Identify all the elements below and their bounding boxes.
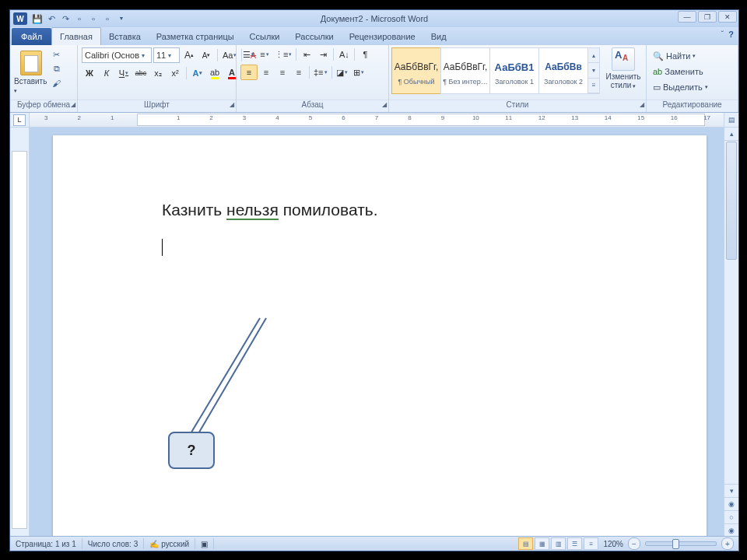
italic-button[interactable]: К: [99, 66, 114, 80]
help-icon[interactable]: ?: [728, 30, 734, 39]
browse-object-icon[interactable]: ○: [724, 510, 738, 523]
superscript-button[interactable]: x²: [167, 66, 183, 80]
status-words[interactable]: Число слов: 3: [82, 538, 144, 549]
styles-more-icon[interactable]: ≡: [588, 79, 599, 93]
view-draft-icon[interactable]: ≡: [584, 537, 598, 550]
document-content[interactable]: Казнить нельзя помиловать.: [162, 199, 637, 256]
line-spacing-icon[interactable]: ‡≡▾: [312, 65, 329, 79]
styles-up-icon[interactable]: ▴: [588, 48, 599, 63]
zoom-slider[interactable]: [645, 541, 717, 546]
paste-button[interactable]: Вставить ▾: [14, 47, 48, 97]
tab-stop-selector[interactable]: L: [10, 113, 30, 127]
underline-button[interactable]: Ч▾: [116, 66, 132, 80]
group-font-label: Шрифт: [144, 100, 170, 109]
svg-line-1: [198, 318, 266, 435]
bullets-icon[interactable]: ☰▾: [240, 47, 256, 61]
tab-file[interactable]: Файл: [12, 28, 51, 45]
cut-icon[interactable]: ✂: [51, 49, 62, 61]
show-marks-icon[interactable]: ¶: [357, 47, 373, 61]
font-name-combo[interactable]: Calibri (Основ▾: [82, 47, 152, 63]
clipboard-dialog-icon[interactable]: ◢: [71, 101, 75, 108]
style-heading2[interactable]: АаБбВвЗаголовок 2: [538, 47, 588, 94]
view-print-layout-icon[interactable]: ▤: [518, 537, 533, 550]
justify-icon[interactable]: ≡: [291, 65, 307, 79]
text-effects-icon[interactable]: A▾: [190, 66, 205, 80]
document-viewport[interactable]: Казнить нельзя помиловать. ?: [30, 128, 724, 537]
ruler-toggle-icon[interactable]: ▤: [724, 113, 738, 127]
replace-button[interactable]: abЗаменить: [651, 65, 710, 79]
align-center-icon[interactable]: ≡: [258, 65, 274, 79]
copy-icon[interactable]: ⧉: [51, 63, 62, 75]
horizontal-ruler[interactable]: 3211234567891011121314151617: [30, 113, 724, 127]
tab-view[interactable]: Вид: [423, 28, 454, 45]
scroll-down-icon[interactable]: ▾: [724, 484, 738, 497]
highlight-icon[interactable]: ab: [207, 66, 223, 80]
status-macro[interactable]: ▣: [195, 538, 214, 549]
group-clipboard-label: Буфер обмена: [17, 100, 70, 109]
vertical-scrollbar[interactable]: ▴ ▾ ◉ ○ ◉: [724, 128, 738, 537]
format-painter-icon[interactable]: 🖌: [51, 77, 62, 89]
view-outline-icon[interactable]: ☰: [567, 537, 582, 550]
tab-insert[interactable]: Вставка: [101, 28, 149, 45]
zoom-in-button[interactable]: +: [721, 537, 734, 550]
ruler-tick: 7: [360, 114, 393, 121]
minimize-button[interactable]: —: [678, 11, 696, 23]
style-nospacing[interactable]: АаБбВвГг,¶ Без интер…: [440, 47, 490, 94]
qat-more-icon[interactable]: ▼: [116, 13, 127, 24]
strike-button[interactable]: abc: [133, 66, 149, 80]
zoom-out-button[interactable]: −: [628, 537, 640, 550]
change-styles-button[interactable]: Изменить стили ▾: [603, 47, 644, 89]
group-paragraph: ☰▾ ≡▾ ⋮≡▾ ⇤ ⇥ A↓ ¶ ≡ ≡ ≡ ≡ ‡: [237, 45, 389, 112]
style-normal[interactable]: АаБбВвГг,¶ Обычный: [391, 47, 441, 94]
style-heading1[interactable]: АаБбВ1Заголовок 1: [489, 47, 539, 94]
status-page[interactable]: Страница: 1 из 1: [10, 538, 82, 549]
subscript-button[interactable]: x₂: [150, 66, 166, 80]
qat-icon2[interactable]: ▫: [88, 13, 99, 24]
status-proofing[interactable]: ✍русский: [144, 538, 195, 549]
align-right-icon[interactable]: ≡: [275, 65, 290, 79]
close-button[interactable]: ✕: [718, 11, 737, 23]
tab-layout[interactable]: Разметка страницы: [149, 28, 242, 45]
shading-icon[interactable]: ◪▾: [335, 65, 350, 79]
ruler-tick: 8: [393, 114, 426, 121]
find-button[interactable]: 🔍Найти▾: [651, 49, 710, 63]
save-icon[interactable]: 💾: [32, 13, 43, 24]
group-paragraph-label: Абзац: [301, 100, 323, 109]
grow-font-icon[interactable]: A▴: [181, 48, 197, 62]
align-left-icon[interactable]: ≡: [240, 65, 258, 80]
increase-indent-icon[interactable]: ⇥: [315, 47, 331, 61]
tab-review[interactable]: Рецензирование: [342, 28, 423, 45]
callout-shape[interactable]: ?: [168, 318, 277, 475]
decrease-indent-icon[interactable]: ⇤: [299, 47, 314, 61]
restore-button[interactable]: ❐: [698, 11, 717, 23]
qat-icon[interactable]: ▫: [74, 13, 85, 24]
multilevel-icon[interactable]: ⋮≡▾: [273, 47, 293, 61]
font-dialog-icon[interactable]: ◢: [230, 101, 234, 108]
scroll-thumb[interactable]: [726, 142, 737, 260]
styles-down-icon[interactable]: ▾: [588, 63, 599, 78]
tab-references[interactable]: Ссылки: [242, 28, 288, 45]
next-page-icon[interactable]: ◉: [724, 523, 738, 537]
paragraph-dialog-icon[interactable]: ◢: [382, 101, 387, 108]
zoom-level[interactable]: 120%: [603, 540, 623, 548]
vertical-ruler[interactable]: [10, 128, 30, 537]
select-button[interactable]: ▭Выделить▾: [651, 80, 710, 94]
qat-icon3[interactable]: ▫: [102, 13, 113, 24]
font-size-combo[interactable]: 11▾: [153, 47, 180, 63]
styles-dialog-icon[interactable]: ◢: [640, 101, 644, 108]
tab-mailings[interactable]: Рассылки: [287, 28, 341, 45]
quick-access-toolbar: 💾 ↶ ↷ ▫ ▫ ▫ ▼: [32, 13, 127, 24]
prev-page-icon[interactable]: ◉: [724, 497, 738, 510]
view-web-icon[interactable]: ▥: [551, 537, 566, 550]
undo-icon[interactable]: ↶: [46, 13, 57, 24]
redo-icon[interactable]: ↷: [60, 13, 71, 24]
minimize-ribbon-icon[interactable]: ˇ: [721, 30, 724, 39]
scroll-up-icon[interactable]: ▴: [724, 128, 738, 141]
numbering-icon[interactable]: ≡▾: [257, 47, 272, 61]
bold-button[interactable]: Ж: [82, 66, 97, 80]
borders-icon[interactable]: ⊞▾: [351, 65, 366, 79]
tab-home[interactable]: Главная: [51, 27, 101, 45]
shrink-font-icon[interactable]: A▾: [198, 48, 214, 62]
sort-icon[interactable]: A↓: [336, 47, 352, 61]
view-fullscreen-icon[interactable]: ▦: [535, 537, 549, 550]
